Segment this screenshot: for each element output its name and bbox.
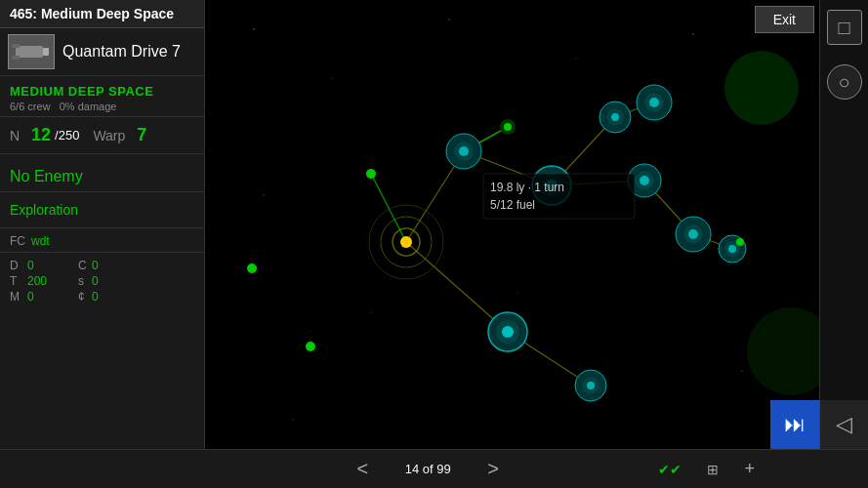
fc-section: FC wdt bbox=[0, 228, 204, 253]
crew-damage: 6/6 crew 0% damage bbox=[10, 101, 194, 112]
svg-point-11 bbox=[263, 194, 264, 195]
ship-icon bbox=[8, 34, 55, 69]
back-button[interactable]: ◁ bbox=[819, 400, 868, 449]
square-icon: □ bbox=[838, 17, 849, 39]
window-title: 465: Medium Deep Space bbox=[10, 6, 174, 21]
stat-cent-key: ¢ bbox=[78, 290, 88, 304]
svg-text:19.8 ly · 1 turn: 19.8 ly · 1 turn bbox=[490, 181, 564, 194]
no-enemy-status: No Enemy bbox=[0, 154, 204, 192]
checkmarks-button[interactable]: ✔✔ bbox=[650, 458, 689, 481]
next-button[interactable]: > bbox=[479, 454, 507, 484]
stat-s-val: 0 bbox=[92, 274, 99, 288]
left-panel: 465: Medium Deep Space Quantam Drive 7 M… bbox=[0, 0, 205, 488]
prev-button[interactable]: < bbox=[350, 454, 377, 484]
svg-rect-2 bbox=[12, 44, 20, 48]
svg-point-33 bbox=[649, 98, 659, 107]
stat-row-m: M 0 ¢ 0 bbox=[10, 290, 194, 304]
svg-point-69 bbox=[247, 264, 257, 273]
fc-row: FC wdt bbox=[10, 234, 194, 248]
right-panel: □ ○ bbox=[819, 0, 868, 449]
nav-label: N bbox=[10, 128, 20, 143]
svg-point-67 bbox=[587, 382, 595, 389]
circle-button[interactable]: ○ bbox=[827, 64, 862, 100]
crew-text: 6/6 crew bbox=[10, 101, 51, 112]
bottom-right-buttons: ✔✔ ⊞ + bbox=[650, 455, 770, 483]
damage-text: 0% damage bbox=[60, 101, 117, 112]
space-area: 19.8 ly · 1 turn 5/12 fuel bbox=[205, 0, 820, 449]
svg-point-49 bbox=[736, 238, 744, 246]
svg-point-68 bbox=[366, 169, 376, 179]
stat-c-val: 0 bbox=[92, 259, 99, 272]
stat-row-d: D 0 C 0 bbox=[10, 259, 194, 272]
fast-forward-button[interactable]: ⏭ bbox=[770, 400, 819, 449]
svg-point-6 bbox=[331, 77, 332, 78]
fast-forward-icon: ⏭ bbox=[784, 412, 806, 437]
fc-value: wdt bbox=[31, 234, 50, 248]
stat-d-val: 0 bbox=[27, 259, 55, 272]
fc-label: FC bbox=[10, 234, 25, 248]
svg-point-7 bbox=[448, 19, 449, 20]
bottom-bar: < 14 of 99 > ✔✔ ⊞ + bbox=[0, 449, 868, 488]
warp-value: 7 bbox=[137, 125, 146, 145]
svg-rect-4 bbox=[205, 0, 820, 449]
circle-icon: ○ bbox=[838, 71, 849, 94]
svg-point-17 bbox=[724, 51, 799, 125]
page-indicator: 14 of 99 bbox=[393, 462, 462, 476]
svg-point-5 bbox=[253, 28, 255, 30]
svg-point-12 bbox=[371, 312, 372, 313]
svg-rect-1 bbox=[43, 48, 49, 56]
svg-point-45 bbox=[688, 229, 698, 239]
stat-c-key: C bbox=[78, 259, 88, 272]
stat-m-val: 0 bbox=[27, 290, 55, 304]
back-icon: ◁ bbox=[836, 412, 852, 437]
stat-d-key: D bbox=[10, 259, 23, 272]
svg-point-70 bbox=[306, 342, 315, 351]
location-section: MEDIUM DEEP SPACE 6/6 crew 0% damage bbox=[0, 76, 204, 117]
svg-point-36 bbox=[611, 113, 619, 121]
svg-point-15 bbox=[517, 293, 518, 294]
svg-point-64 bbox=[502, 326, 514, 338]
svg-point-14 bbox=[741, 370, 742, 371]
stat-s-key: s bbox=[78, 274, 88, 288]
nav-value: 12 bbox=[31, 125, 51, 145]
nav-section: N 12 /250 Warp 7 bbox=[0, 117, 204, 154]
svg-point-48 bbox=[728, 245, 736, 253]
ship-row: Quantam Drive 7 bbox=[0, 28, 204, 76]
exit-button[interactable]: Exit bbox=[755, 6, 814, 33]
svg-point-54 bbox=[504, 123, 512, 131]
svg-point-16 bbox=[292, 419, 293, 420]
stat-row-t: T 200 s 0 bbox=[10, 274, 194, 288]
space-canvas: 19.8 ly · 1 turn 5/12 fuel bbox=[205, 0, 820, 449]
svg-rect-0 bbox=[16, 46, 43, 58]
svg-point-8 bbox=[576, 59, 577, 60]
svg-rect-3 bbox=[12, 56, 20, 60]
grid-button[interactable]: ⊞ bbox=[699, 458, 726, 481]
stats-section: D 0 C 0 T 200 s 0 M 0 ¢ 0 bbox=[0, 253, 204, 311]
ship-name: Quantam Drive 7 bbox=[62, 43, 181, 61]
svg-point-58 bbox=[400, 236, 412, 248]
exploration-status: Exploration bbox=[0, 192, 204, 228]
square-button[interactable]: □ bbox=[827, 10, 862, 45]
warp-label: Warp bbox=[93, 128, 125, 143]
svg-point-52 bbox=[459, 146, 469, 156]
svg-point-9 bbox=[692, 33, 694, 35]
plus-button[interactable]: + bbox=[736, 455, 763, 483]
location-label: MEDIUM DEEP SPACE bbox=[10, 84, 194, 99]
title-bar: 465: Medium Deep Space bbox=[0, 0, 204, 28]
stat-m-key: M bbox=[10, 290, 23, 304]
stat-t-key: T bbox=[10, 274, 23, 288]
nav-max: /250 bbox=[55, 128, 79, 142]
svg-point-42 bbox=[640, 176, 649, 185]
stat-t-val: 200 bbox=[27, 274, 55, 288]
bottom-nav: < 14 of 99 > bbox=[205, 454, 650, 484]
svg-text:5/12 fuel: 5/12 fuel bbox=[490, 198, 535, 212]
stat-cent-val: 0 bbox=[92, 290, 99, 304]
